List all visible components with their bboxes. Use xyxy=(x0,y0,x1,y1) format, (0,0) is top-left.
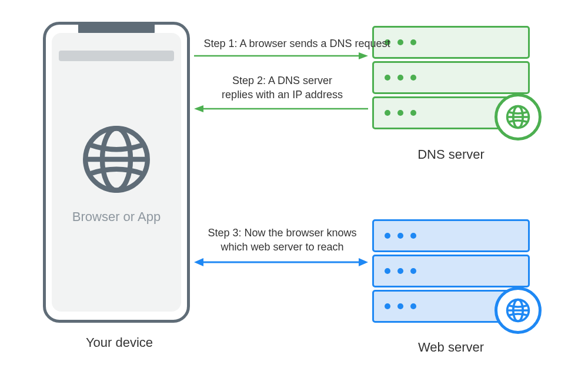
svg-marker-14 xyxy=(194,258,203,266)
step2-line1: Step 2: A DNS server xyxy=(232,75,332,86)
browser-url-bar xyxy=(59,51,174,61)
globe-icon xyxy=(81,124,152,195)
server-unit xyxy=(372,219,530,252)
dns-caption: DNS server xyxy=(372,147,530,162)
step3-label: Step 3: Now the browser knows which web … xyxy=(203,226,362,255)
phone-screen: Browser or App xyxy=(52,33,181,312)
server-unit xyxy=(372,255,530,287)
device-caption: Your device xyxy=(43,335,196,350)
arrow-step3 xyxy=(194,257,368,267)
globe-icon xyxy=(495,93,542,141)
step2-line2: replies with an IP address xyxy=(222,89,343,101)
svg-marker-10 xyxy=(359,52,368,59)
svg-marker-15 xyxy=(359,258,368,266)
diagram-stage: Browser or App Your device DNS server xyxy=(0,0,588,388)
step2-label: Step 2: A DNS server replies with an IP … xyxy=(212,73,353,102)
svg-marker-12 xyxy=(194,105,203,112)
step1-label: Step 1: A browser sends a DNS request xyxy=(197,36,397,51)
web-caption: Web server xyxy=(372,340,530,355)
device-phone: Browser or App xyxy=(43,22,190,323)
browser-app-label: Browser or App xyxy=(52,209,181,225)
step3-line1: Step 3: Now the browser knows xyxy=(208,227,356,239)
arrow-step1 xyxy=(194,52,368,60)
web-server-stack xyxy=(372,219,530,325)
globe-icon xyxy=(495,287,542,334)
step3-line2: which web server to reach xyxy=(220,241,343,253)
arrow-step2 xyxy=(194,105,368,113)
server-unit xyxy=(372,61,530,94)
